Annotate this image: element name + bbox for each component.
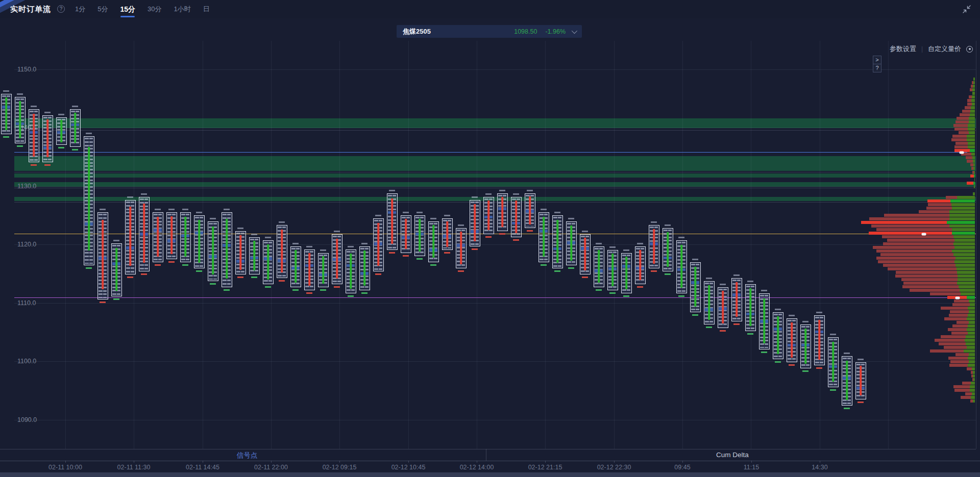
cum-delta-pane-label[interactable]: Cum Delta xyxy=(716,451,749,459)
tab-1分[interactable]: 1分 xyxy=(75,0,85,18)
delta-bar-down xyxy=(432,225,434,258)
volume-profile-row xyxy=(967,160,975,163)
profile-buy-bar xyxy=(952,232,975,235)
expand-panel-button[interactable]: > xyxy=(873,56,881,64)
footprint-candle-footer xyxy=(361,292,368,294)
profile-sell-bar xyxy=(861,221,947,224)
tab-1小时[interactable]: 1小时 xyxy=(174,0,191,18)
volume-profile-row xyxy=(947,296,975,299)
footprint-candle-header xyxy=(733,274,740,276)
price-axis-label: 1100.0 xyxy=(17,358,36,365)
profile-sell-bar xyxy=(967,367,972,370)
footprint-candle xyxy=(731,278,742,321)
volume-profile-row xyxy=(967,103,975,106)
profile-buy-bar xyxy=(949,210,975,213)
profile-buy-bar xyxy=(968,128,975,131)
footprint-candle xyxy=(580,234,591,274)
signal-points-pane-label[interactable]: 信号点 xyxy=(237,451,258,460)
profile-buy-bar xyxy=(973,163,975,166)
volume-profile-row xyxy=(952,324,975,328)
chevron-down-icon[interactable] xyxy=(572,28,577,33)
footprint-candle-header xyxy=(444,215,450,216)
delta-bar-up xyxy=(391,198,393,244)
visibility-toggle-icon[interactable] xyxy=(966,46,973,53)
blue-level-line xyxy=(14,152,967,153)
profile-sell-bar xyxy=(955,142,968,145)
footprint-candle-footer xyxy=(113,298,119,300)
profile-buy-bar xyxy=(969,117,975,120)
volume-profile-row xyxy=(955,120,975,123)
tab-5分[interactable]: 5分 xyxy=(97,0,108,18)
profile-buy-bar xyxy=(970,113,975,116)
contract-selector[interactable]: 焦煤2505 1098.50 -1.96% xyxy=(397,25,582,38)
profile-buy-bar xyxy=(958,278,975,281)
parameter-settings-button[interactable]: 参数设置 xyxy=(890,44,916,54)
collapse-arrows-icon[interactable] xyxy=(962,4,972,14)
volume-profile-row xyxy=(935,339,975,342)
footprint-candle xyxy=(787,318,797,362)
tab-30分[interactable]: 30分 xyxy=(148,0,161,18)
chart-area[interactable]: 1150.01140.01130.01120.01110.01100.01090… xyxy=(0,0,980,477)
delta-bar-up xyxy=(722,291,724,323)
footprint-candle-footer xyxy=(416,258,423,260)
footprint-candle-header xyxy=(720,284,726,285)
custom-volume-price-button[interactable]: 自定义量价 xyxy=(928,44,961,54)
horizontal-scrollbar[interactable] xyxy=(0,472,980,477)
volume-profile-row xyxy=(950,310,975,313)
delta-bar-up xyxy=(736,282,738,317)
footprint-candle-footer xyxy=(609,292,616,294)
volume-profile-row xyxy=(944,346,975,349)
profile-sell-bar xyxy=(957,117,969,120)
time-axis-tick xyxy=(751,461,752,463)
footprint-candle-footer xyxy=(844,408,850,409)
vertical-gridline xyxy=(614,41,615,449)
volume-profile-row xyxy=(949,364,975,367)
delta-bar-up xyxy=(860,366,862,395)
profile-sell-bar xyxy=(952,303,970,306)
footprint-candle-header xyxy=(844,353,850,354)
footprint-candle-header xyxy=(761,290,767,291)
delta-bar-down xyxy=(60,120,62,142)
footprint-candle-header xyxy=(458,224,464,226)
contract-name: 焦煤2505 xyxy=(403,27,431,36)
footprint-candle xyxy=(290,246,301,287)
profile-buy-bar xyxy=(969,131,975,134)
delta-bar-up xyxy=(818,320,820,360)
footprint-candle xyxy=(139,197,150,271)
volume-profile-row xyxy=(910,289,975,292)
volume-profile-row xyxy=(959,131,975,134)
footprint-candle-header xyxy=(251,234,257,235)
volume-profile-row xyxy=(973,78,975,81)
footprint-candle-header xyxy=(403,212,409,213)
time-axis-label: 02-11 11:30 xyxy=(117,464,151,471)
delta-bar-down xyxy=(253,241,255,270)
tab-日[interactable]: 日 xyxy=(203,0,210,18)
panel-help-button[interactable]: ? xyxy=(873,64,881,72)
delta-bar-down xyxy=(611,254,614,286)
profile-buy-bar xyxy=(969,321,975,324)
delta-bar-up xyxy=(653,229,655,264)
question-circle-icon[interactable]: ? xyxy=(57,5,65,13)
profile-sell-bar xyxy=(876,249,952,253)
footprint-candle-header xyxy=(623,249,629,251)
footprint-candle xyxy=(332,234,342,284)
footprint-candle xyxy=(84,136,94,265)
footprint-candle-footer xyxy=(458,270,464,272)
delta-bar-down xyxy=(804,329,806,364)
profile-sell-bar xyxy=(955,353,969,356)
delta-bar-down xyxy=(363,250,365,286)
volume-profile-row xyxy=(948,328,975,331)
volume-profile-row xyxy=(951,138,975,141)
footprint-candle xyxy=(304,249,315,290)
profile-sell-bar xyxy=(876,228,952,231)
volume-profile-row xyxy=(871,224,975,228)
volume-profile-row xyxy=(883,264,975,267)
footprint-candle xyxy=(773,312,783,359)
footprint-candle-footer xyxy=(251,277,257,278)
tab-15分[interactable]: 15分 xyxy=(120,0,135,18)
profile-sell-bar xyxy=(967,182,973,185)
volume-profile-row xyxy=(954,128,975,131)
footprint-candle xyxy=(29,109,39,162)
horizontal-gridline xyxy=(14,420,976,420)
delta-bar-up xyxy=(529,196,531,224)
